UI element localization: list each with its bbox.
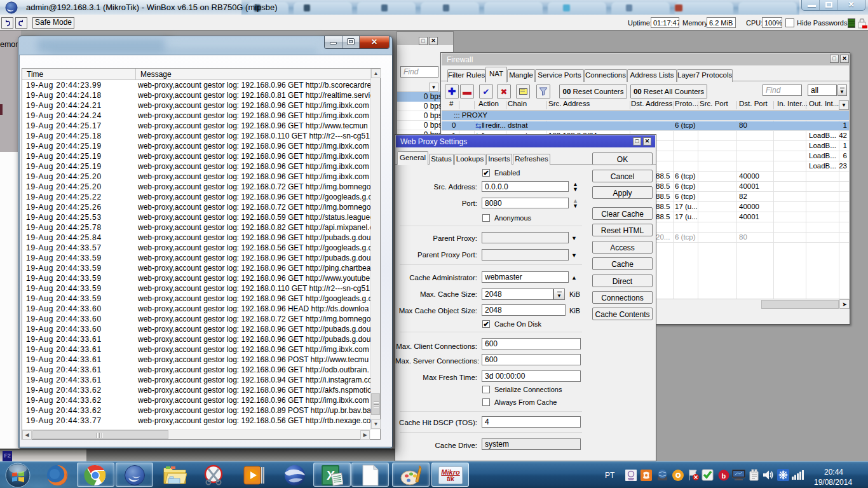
svg-text:b: b <box>722 472 726 480</box>
